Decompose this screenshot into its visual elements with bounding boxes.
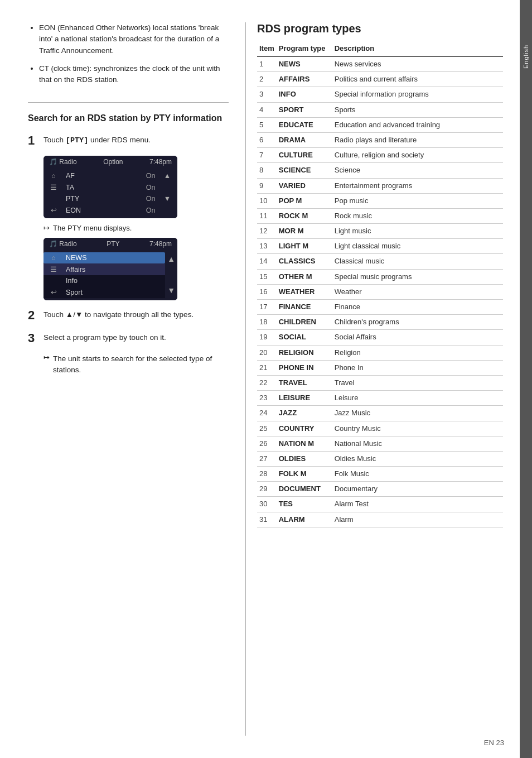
cell-type: VARIED	[277, 178, 332, 193]
arrow-note-2-text: The unit starts to search for the select…	[53, 353, 229, 376]
table-row: 17FINANCEFinance	[257, 300, 503, 315]
cell-description: Travel	[332, 375, 503, 390]
table-row: 10POP MPop music	[257, 193, 503, 208]
rds-table-head: Item Program type Description	[257, 42, 503, 56]
cell-type: TES	[277, 497, 332, 512]
pty-news-row[interactable]: ⌂ NEWS	[43, 252, 165, 263]
cell-item: 14	[257, 254, 277, 269]
cell-description: Weather	[332, 284, 503, 299]
table-row: 5EDUCATEEducation and advanced training	[257, 117, 503, 132]
divider	[28, 102, 229, 103]
right-column: RDS program types Item Program type Desc…	[245, 22, 503, 736]
cell-item: 27	[257, 451, 277, 466]
cell-type: LEISURE	[277, 391, 332, 406]
cell-item: 13	[257, 239, 277, 254]
cell-description: Light music	[332, 224, 503, 239]
side-tab-label: English	[523, 45, 529, 69]
cell-item: 9	[257, 178, 277, 193]
list-icon: ☰	[43, 183, 64, 191]
step-3: 3 Select a program type by touch on it.	[28, 331, 229, 346]
radio-option-label: Option	[103, 158, 123, 166]
cell-description: Education and advanced training	[332, 117, 503, 132]
pty-menu-body: ⌂ NEWS ☰ Affairs Info	[43, 250, 177, 300]
pty-menu-items: ⌂ NEWS ☰ Affairs Info	[43, 252, 165, 298]
news-home-icon: ⌂	[43, 254, 64, 262]
cell-type: CHILDREN	[277, 315, 332, 330]
ta-label: TA	[64, 184, 139, 191]
cell-item: 21	[257, 360, 277, 375]
step-3-number: 3	[28, 331, 43, 346]
cell-type: TRAVEL	[277, 375, 332, 390]
bullet-item-1: EON (Enhanced Other Networks) local stat…	[39, 22, 229, 56]
cell-description: Documentary	[332, 482, 503, 497]
page-footer: EN 23	[484, 738, 504, 747]
pty-up-arrow[interactable]: ▲	[167, 255, 175, 263]
cell-description: Politics and current affairs	[332, 72, 503, 87]
table-row: 6DRAMARadio plays and literature	[257, 132, 503, 147]
cell-item: 20	[257, 345, 277, 360]
cell-type: FOLK M	[277, 467, 332, 482]
cell-description: Leisure	[332, 391, 503, 406]
cell-type: CULTURE	[277, 148, 332, 163]
page-number: EN 23	[484, 738, 504, 747]
cell-item: 7	[257, 148, 277, 163]
cell-description: Country Music	[332, 421, 503, 436]
eon-label: EON	[64, 207, 139, 214]
cell-description: Classical music	[332, 254, 503, 269]
table-row: 19SOCIALSocial Affairs	[257, 330, 503, 345]
cell-type: LIGHT M	[277, 239, 332, 254]
pty-down-arrow[interactable]: ▼	[167, 286, 175, 295]
arrow-note-1: ↦ The PTY menu displays.	[43, 224, 229, 232]
table-row: 23LEISURELeisure	[257, 391, 503, 406]
cell-description: Special music programs	[332, 269, 503, 284]
cell-description: Religion	[332, 345, 503, 360]
cell-type: PHONE IN	[277, 360, 332, 375]
pty-affairs-row[interactable]: ☰ Affairs	[43, 263, 165, 275]
radio-row-pty: PTY On ▼	[43, 193, 177, 204]
table-row: 22TRAVELTravel	[257, 375, 503, 390]
cell-type: INFO	[277, 87, 332, 102]
cell-type: NATION M	[277, 436, 332, 451]
cell-description: Phone In	[332, 360, 503, 375]
table-row: 13LIGHT MLight classical music	[257, 239, 503, 254]
cell-type: SOCIAL	[277, 330, 332, 345]
pty-info-row[interactable]: Info	[43, 275, 165, 286]
radio-row-af: ⌂ AF On ▲	[43, 170, 177, 181]
cell-type: ROCK M	[277, 208, 332, 223]
col-program-type: Program type	[277, 42, 332, 56]
col-item: Item	[257, 42, 277, 56]
af-label: AF	[64, 172, 139, 180]
cell-item: 25	[257, 421, 277, 436]
radio-header-2: 🎵 Radio PTY 7:48pm	[43, 238, 177, 250]
cell-type: COUNTRY	[277, 421, 332, 436]
cell-item: 24	[257, 406, 277, 421]
table-row: 15OTHER MSpecial music programs	[257, 269, 503, 284]
cell-description: Culture, religion and society	[332, 148, 503, 163]
cell-type: FINANCE	[277, 300, 332, 315]
step-1-number: 1	[28, 133, 43, 148]
left-column: EON (Enhanced Other Networks) local stat…	[28, 22, 245, 736]
cell-description: Special information programs	[332, 87, 503, 102]
cell-item: 12	[257, 224, 277, 239]
cell-item: 8	[257, 163, 277, 178]
cell-description: Folk Music	[332, 467, 503, 482]
pty-sport-row[interactable]: ↩ Sport	[43, 286, 165, 298]
col-description: Description	[332, 42, 503, 56]
cell-type: MOR M	[277, 224, 332, 239]
table-row: 24JAZZJazz Music	[257, 406, 503, 421]
table-row: 4SPORTSports	[257, 102, 503, 117]
arrow-note-2: ↦ The unit starts to search for the sele…	[43, 353, 229, 376]
cell-type: OLDIES	[277, 451, 332, 466]
cell-item: 15	[257, 269, 277, 284]
table-row: 12MOR MLight music	[257, 224, 503, 239]
radio-row-eon: ↩ EON On	[43, 204, 177, 216]
radio-time-1: 7:48pm	[149, 158, 172, 166]
cell-item: 17	[257, 300, 277, 315]
cell-description: Alarm Test	[332, 497, 503, 512]
step-2-number: 2	[28, 308, 43, 323]
cell-description: Science	[332, 163, 503, 178]
cell-item: 1	[257, 56, 277, 72]
news-label: NEWS	[64, 254, 161, 262]
cell-type: ALARM	[277, 512, 332, 527]
cell-item: 26	[257, 436, 277, 451]
